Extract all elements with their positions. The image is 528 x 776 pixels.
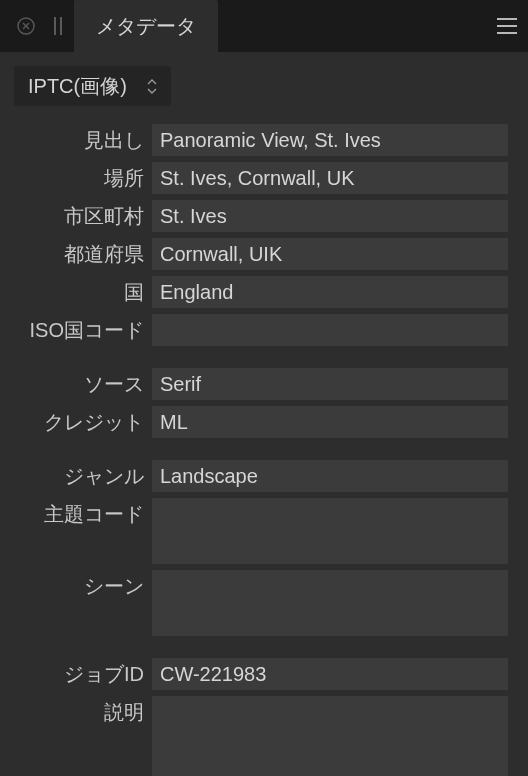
panel-menu-button[interactable] bbox=[486, 0, 528, 52]
credit-field[interactable] bbox=[152, 406, 508, 438]
scene-field[interactable] bbox=[152, 570, 508, 636]
drag-handle-icon bbox=[54, 17, 62, 35]
source-field[interactable] bbox=[152, 368, 508, 400]
genre-field[interactable] bbox=[152, 460, 508, 492]
state-label: 都道府県 bbox=[8, 238, 144, 270]
close-button[interactable] bbox=[10, 0, 42, 52]
subject-code-field[interactable] bbox=[152, 498, 508, 564]
city-field[interactable] bbox=[152, 200, 508, 232]
scene-label: シーン bbox=[8, 570, 144, 636]
chevron-updown-icon bbox=[147, 79, 157, 94]
dropdown-selected-label: IPTC(画像) bbox=[28, 73, 127, 100]
hamburger-icon bbox=[497, 18, 517, 34]
location-field[interactable] bbox=[152, 162, 508, 194]
headline-field[interactable] bbox=[152, 124, 508, 156]
drag-handle[interactable] bbox=[48, 0, 68, 52]
headline-label: 見出し bbox=[8, 124, 144, 156]
metadata-preset-select[interactable]: IPTC(画像) bbox=[14, 66, 171, 106]
source-label: ソース bbox=[8, 368, 144, 400]
subject-code-label: 主題コード bbox=[8, 498, 144, 564]
tab-metadata[interactable]: メタデータ bbox=[74, 0, 218, 52]
close-icon bbox=[17, 17, 35, 35]
metadata-form: 見出し 場所 市区町村 都道府県 国 ISO国コード ソース クレジット ジャン… bbox=[8, 124, 514, 776]
city-label: 市区町村 bbox=[8, 200, 144, 232]
iso-country-code-label: ISO国コード bbox=[8, 314, 144, 346]
credit-label: クレジット bbox=[8, 406, 144, 438]
description-field[interactable] bbox=[152, 696, 508, 776]
panel-titlebar: メタデータ bbox=[0, 0, 528, 52]
tab-label: メタデータ bbox=[96, 13, 196, 40]
metadata-panel: メタデータ IPTC(画像) 見出し 場所 市区町村 都道府県 bbox=[0, 0, 528, 776]
location-label: 場所 bbox=[8, 162, 144, 194]
panel-body: IPTC(画像) 見出し 場所 市区町村 都道府県 国 ISO国コード ソース … bbox=[0, 52, 528, 776]
job-id-field[interactable] bbox=[152, 658, 508, 690]
genre-label: ジャンル bbox=[8, 460, 144, 492]
iso-country-code-field[interactable] bbox=[152, 314, 508, 346]
country-field[interactable] bbox=[152, 276, 508, 308]
job-id-label: ジョブID bbox=[8, 658, 144, 690]
state-field[interactable] bbox=[152, 238, 508, 270]
description-label: 説明 bbox=[8, 696, 144, 776]
country-label: 国 bbox=[8, 276, 144, 308]
